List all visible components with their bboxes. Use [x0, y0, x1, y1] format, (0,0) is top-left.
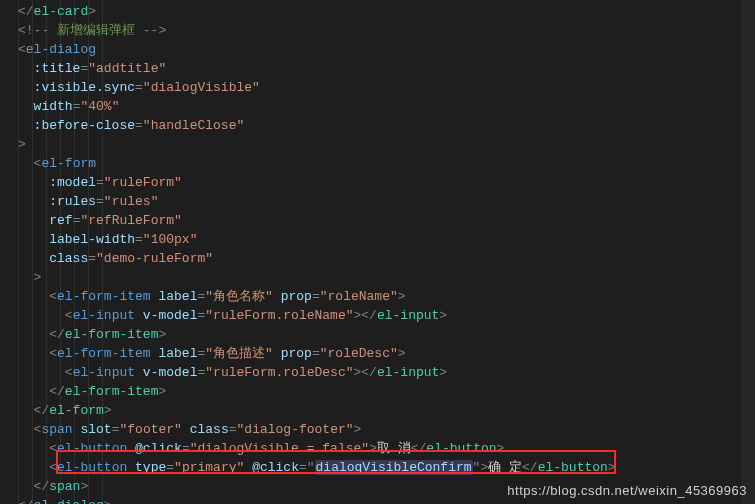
code-line[interactable]: </el-form>: [18, 401, 755, 420]
code-line[interactable]: <el-dialog: [18, 40, 755, 59]
code-line[interactable]: </el-card>: [18, 2, 755, 21]
code-line[interactable]: class="demo-ruleForm": [18, 249, 755, 268]
code-lines[interactable]: </el-card><!-- 新增编辑弹框 --><el-dialog :tit…: [0, 0, 755, 504]
code-line[interactable]: <!-- 新增编辑弹框 -->: [18, 21, 755, 40]
code-line[interactable]: :visible.sync="dialogVisible": [18, 78, 755, 97]
code-line[interactable]: </el-form-item>: [18, 382, 755, 401]
watermark-text: https://blog.csdn.net/weixin_45369963: [507, 481, 747, 500]
code-line[interactable]: <el-input v-model="ruleForm.roleName"></…: [18, 306, 755, 325]
code-line[interactable]: <el-form-item label="角色描述" prop="roleDes…: [18, 344, 755, 363]
code-line[interactable]: <el-button @click="dialogVisible = false…: [18, 439, 755, 458]
code-line[interactable]: :rules="rules": [18, 192, 755, 211]
code-editor[interactable]: </el-card><!-- 新增编辑弹框 --><el-dialog :tit…: [0, 0, 755, 504]
code-line[interactable]: >: [18, 135, 755, 154]
code-line[interactable]: >: [18, 268, 755, 287]
code-line[interactable]: <el-input v-model="ruleForm.roleDesc"></…: [18, 363, 755, 382]
code-line[interactable]: <el-form-item label="角色名称" prop="roleNam…: [18, 287, 755, 306]
code-line[interactable]: <el-form: [18, 154, 755, 173]
code-line[interactable]: label-width="100px": [18, 230, 755, 249]
code-line[interactable]: width="40%": [18, 97, 755, 116]
code-line[interactable]: <span slot="footer" class="dialog-footer…: [18, 420, 755, 439]
selected-text: dialogVisibleConfirm: [315, 460, 473, 475]
code-line[interactable]: :model="ruleForm": [18, 173, 755, 192]
code-line[interactable]: ref="refRuleForm": [18, 211, 755, 230]
minimap[interactable]: [741, 0, 755, 504]
code-line[interactable]: <el-button type="primary" @click="dialog…: [18, 458, 755, 477]
code-line[interactable]: :before-close="handleClose": [18, 116, 755, 135]
code-line[interactable]: :title="addtitle": [18, 59, 755, 78]
code-line[interactable]: </el-form-item>: [18, 325, 755, 344]
